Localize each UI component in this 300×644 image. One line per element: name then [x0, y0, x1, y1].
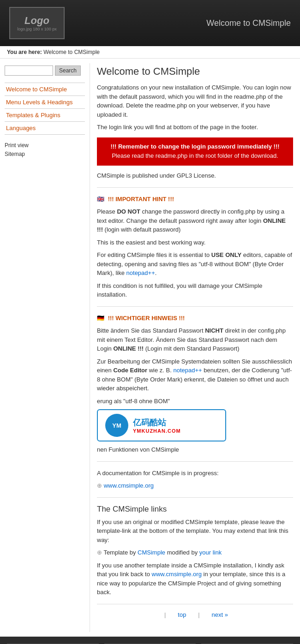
important-en-heading-line: 🇬🇧 !!! IMPORTANT HINT !!! — [97, 195, 293, 204]
breadcrumb-label: You are here: — [7, 49, 42, 55]
cms-links-p1: If you use an original or modified CMSim… — [97, 518, 293, 545]
sidebar: Search Welcome to CMSimple Menu Levels &… — [0, 63, 90, 632]
header: Logo logo.jpg 180 x 100 px Welcome to CM… — [0, 0, 300, 46]
cms-links-section: The CMSimple links If you use an origina… — [97, 505, 293, 597]
section-divider-3 — [97, 461, 293, 462]
important-en-p2: This is the easiest and best working way… — [97, 238, 293, 247]
breadcrumb-link[interactable]: Welcome to CMSimple — [43, 49, 100, 55]
sidebar-print-view[interactable]: Print view — [5, 142, 85, 149]
logo-subtitle: logo.jpg 180 x 100 px — [17, 27, 57, 31]
search-bar: Search — [5, 66, 85, 76]
flag-de-icon: 🇩🇪 — [97, 315, 104, 322]
important-de-heading: !!! WICHTIGER HINWEIS !!! — [108, 315, 185, 322]
online-text-en: ONLINE !!! — [97, 217, 286, 233]
cmsimple-link-1[interactable]: CMSimple — [138, 549, 165, 556]
nav-spacer-3 — [206, 611, 208, 618]
nav-item-templates[interactable]: Templates & Plugins — [5, 109, 85, 122]
cmsimple-org-link[interactable]: www.cmsimple.org — [152, 571, 202, 578]
search-button[interactable]: Search — [55, 66, 81, 76]
important-en-p4: If this condition is not fulfilled, you … — [97, 281, 293, 299]
header-title: Welcome to CMSimple — [206, 18, 291, 28]
cms-links-p3: If you use another template inside a CMS… — [97, 561, 293, 597]
doc-bullet: ⊕ — [97, 482, 104, 489]
watermark-block: YM 亿码酷站 YMKUZHAN.COM — [97, 409, 226, 441]
important-de-p1: Bitte ändern Sie das Standard Passwort N… — [97, 326, 293, 353]
intro-paragraph-1: Congratulations on your new installation… — [97, 83, 293, 119]
next-link[interactable]: next » — [212, 611, 228, 618]
page-title: Welcome to CMSimple — [97, 66, 293, 78]
important-en-p1: Please DO NOT change the password direct… — [97, 207, 293, 234]
de-partial-p4: nen Funktionen von CMSimple — [97, 445, 293, 454]
logo: Logo logo.jpg 180 x 100 px — [9, 7, 65, 39]
de-partial-p3: erung als "utf-8 ohne BOM" — [97, 397, 293, 406]
important-de-p2: Zur Bearbeitung der CMSimple Systemdatei… — [97, 357, 293, 393]
doc-link-line: ⊕ www.cmsimple.org — [97, 481, 293, 490]
print-view-link[interactable]: Print view — [5, 142, 29, 149]
logo-text: Logo — [24, 15, 49, 27]
content-area: Welcome to CMSimple Congratulations on y… — [90, 63, 300, 632]
doc-link[interactable]: www.cmsimple.org — [104, 482, 154, 489]
footer-area: Newsbox News01 This box shows the conten… — [0, 637, 300, 644]
your-link[interactable]: your link — [199, 549, 222, 556]
alert-box: !!! Remember to change the login passwor… — [97, 137, 293, 166]
main-layout: Search Welcome to CMSimple Menu Levels &… — [0, 59, 300, 637]
important-de-heading-line: 🇩🇪 !!! WICHTIGER HINWEIS !!! — [97, 314, 293, 323]
sitemap-link[interactable]: Sitemap — [5, 151, 25, 157]
cms-links-p2: ⊕ Template by CMSimple modified by your … — [97, 548, 293, 557]
page-navigation: | top | next » — [97, 611, 293, 618]
watermark-ym-text: YM — [112, 422, 121, 429]
doc-progress-text: A documentation for CMSimple is in progr… — [97, 469, 293, 478]
gpl-text: CMSimple is published under GPL3 License… — [97, 171, 293, 180]
important-en-heading: !!! IMPORTANT HINT !!! — [108, 196, 174, 203]
nav-item-menu-levels[interactable]: Menu Levels & Headings — [5, 96, 85, 109]
notepadpp-link-de[interactable]: notepad++ — [173, 367, 202, 374]
section-divider-5 — [97, 604, 293, 604]
alert-text-1: !!! Remember to change the login passwor… — [110, 143, 279, 150]
nav-link-welcome[interactable]: Welcome to CMSimple — [5, 83, 85, 95]
nav-item-welcome[interactable]: Welcome to CMSimple — [5, 83, 85, 96]
notepadpp-link-en[interactable]: notepad++ — [126, 269, 155, 276]
pipe-separator-2: | — [198, 611, 199, 618]
pipe-separator-1: | — [164, 611, 166, 618]
nicht-text: NICHT — [205, 327, 223, 334]
important-en-p3: For editing CMSimple files it is essenti… — [97, 250, 293, 278]
cms-links-heading: The CMSimple links — [97, 505, 293, 514]
section-divider-4 — [97, 497, 293, 498]
use-only-text: USE ONLY — [211, 251, 241, 258]
nav-spacer-2 — [190, 611, 192, 618]
nav-link-languages[interactable]: Languages — [5, 122, 85, 134]
sidebar-links: Print view Sitemap — [5, 142, 85, 157]
top-link[interactable]: top — [178, 611, 186, 618]
nav-link-menu-levels[interactable]: Menu Levels & Headings — [5, 96, 85, 108]
intro-paragraph-2: The login link you will find at bottom o… — [97, 123, 293, 132]
nav-spacer — [172, 611, 174, 618]
watermark-container: erung als "utf-8 ohne BOM" YM 亿码酷站 YMKUZ… — [97, 397, 293, 454]
sidebar-sitemap[interactable]: Sitemap — [5, 150, 85, 157]
section-divider-2 — [97, 306, 293, 307]
code-editor-text: Code Editor — [113, 367, 147, 374]
important-hint-de: 🇩🇪 !!! WICHTIGER HINWEIS !!! Bitte änder… — [97, 314, 293, 454]
nav-item-languages[interactable]: Languages — [5, 122, 85, 135]
online-text-de: ONLINE !!! — [113, 345, 144, 352]
alert-line-1: !!! Remember to change the login passwor… — [104, 142, 286, 152]
watermark-text-col: 亿码酷站 YMKUZHAN.COM — [133, 417, 181, 434]
flag-gb-icon: 🇬🇧 — [97, 196, 104, 203]
important-hint-en: 🇬🇧 !!! IMPORTANT HINT !!! Please DO NOT … — [97, 195, 293, 299]
watermark-brand: 亿码酷站 — [133, 417, 181, 428]
watermark-url: YMKUZHAN.COM — [133, 428, 181, 434]
breadcrumb: You are here: Welcome to CMSimple — [0, 46, 300, 59]
watermark-logo-circle: YM — [105, 414, 128, 437]
bullet-icon: ⊕ — [97, 549, 103, 556]
nav-link-templates[interactable]: Templates & Plugins — [5, 109, 85, 121]
section-divider-1 — [97, 187, 293, 188]
search-input[interactable] — [5, 66, 53, 76]
alert-line-2: Please read the readme.php in the root f… — [104, 151, 286, 161]
nav-menu: Welcome to CMSimple Menu Levels & Headin… — [5, 83, 85, 135]
do-not-text: DO NOT — [117, 208, 140, 215]
